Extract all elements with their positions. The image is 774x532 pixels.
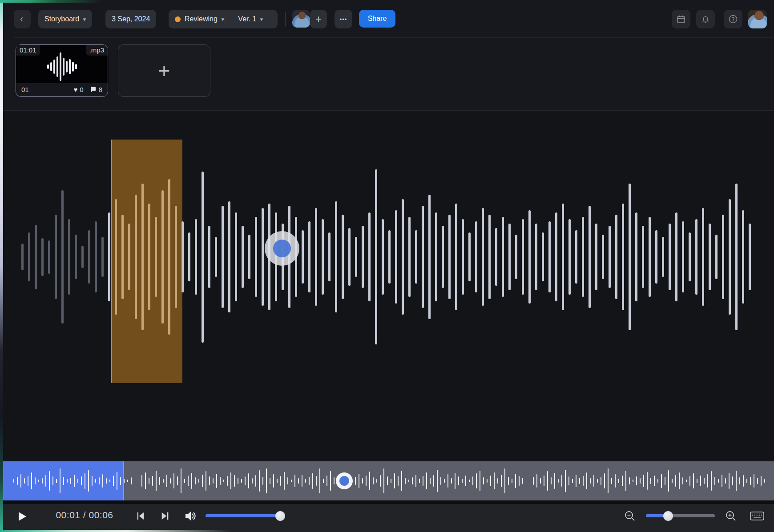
skip-back-icon (136, 511, 145, 521)
more-options-button[interactable]: ••• (335, 10, 352, 28)
calendar-icon (676, 14, 686, 24)
scrubber-bar (330, 471, 331, 491)
scrubber-bar (579, 478, 580, 484)
back-button[interactable]: ‹ (14, 10, 31, 28)
chevron-down-icon: ▾ (83, 16, 86, 22)
clip-icon-bar (60, 52, 61, 81)
storyboard-label: Storyboard (44, 15, 79, 23)
add-collaborator-button[interactable]: + (310, 10, 327, 28)
user-avatar[interactable] (748, 10, 767, 28)
scrubber-bar (305, 479, 306, 483)
collaborator-avatar[interactable] (292, 10, 310, 28)
scrubber-bar (501, 475, 502, 487)
scrubber-bar (177, 476, 178, 485)
scrubber-bar (166, 475, 167, 487)
scrubber-bar (736, 471, 737, 491)
scrubber-bar (647, 472, 648, 490)
scrubber-bar (173, 473, 174, 488)
skip-back-button[interactable] (135, 510, 146, 522)
help-icon (728, 14, 738, 24)
zoom-slider-handle[interactable] (663, 511, 673, 521)
scrubber-bar (455, 473, 456, 489)
likes-stat: ♥ 0 (73, 86, 83, 93)
scrubber-bar (743, 475, 744, 487)
zoom-out-button[interactable] (623, 509, 637, 523)
scrubber-bar (686, 480, 687, 482)
scrubber-bar (608, 468, 609, 493)
scrubber-bar (675, 475, 676, 487)
scrubber-bar (572, 479, 573, 483)
zoom-slider[interactable] (646, 514, 715, 517)
comment-marker[interactable] (265, 231, 299, 266)
skip-forward-button[interactable] (159, 510, 171, 522)
scrubber-bar (568, 476, 569, 485)
scrubber-bar (640, 478, 641, 484)
volume-icon (184, 510, 197, 522)
scrubber-bar (312, 473, 313, 489)
keyboard-shortcuts-button[interactable] (749, 510, 765, 522)
time-display: 00:01 / 00:06 (44, 510, 125, 520)
scrubber-bar (294, 475, 295, 487)
volume-button[interactable] (183, 509, 198, 523)
scrubber-bar (398, 476, 399, 486)
scrubber-bar (255, 475, 256, 487)
scrubber-playhead-dot (339, 476, 349, 486)
scrubber-bar (593, 475, 594, 487)
add-clip-card[interactable]: + (118, 44, 210, 97)
clip-card[interactable]: 01:01 .mp3 01 ♥ 0 8 (16, 44, 108, 97)
scrubber-bar (149, 478, 149, 484)
version-menu[interactable]: Ver. 1 (238, 15, 256, 23)
scrubber-bar (145, 472, 146, 489)
scrubber-bar (707, 474, 708, 488)
plus-icon: + (315, 13, 322, 25)
help-button[interactable] (724, 10, 742, 28)
zoom-out-icon (624, 510, 636, 522)
volume-slider-handle[interactable] (275, 511, 285, 521)
status-menu[interactable]: Reviewing (185, 15, 218, 23)
scrubber-bar (551, 477, 552, 484)
scrubber-selection-marker (123, 461, 124, 500)
scrubber-bar (636, 476, 637, 485)
scrubber-bar (700, 476, 701, 486)
scrubber-bar (618, 479, 619, 483)
calendar-button[interactable] (672, 10, 690, 28)
scrubber-progress (0, 461, 124, 500)
storyboard-menu[interactable]: Storyboard ▾ (38, 10, 92, 28)
share-button[interactable]: Share (359, 10, 395, 28)
selection-region[interactable] (111, 140, 182, 383)
scrubber-bar (198, 479, 199, 483)
plus-icon: + (158, 59, 170, 83)
scrubber-bar (654, 476, 655, 486)
scrubber-bar (316, 476, 317, 486)
skip-forward-icon (160, 511, 170, 521)
back-chevron-icon: ‹ (20, 13, 23, 25)
scrubber-bar (209, 476, 210, 485)
scrubber-bar (252, 478, 253, 484)
play-button[interactable] (16, 510, 28, 523)
scrubber-bar (248, 473, 249, 488)
scrubber-bar (722, 475, 722, 487)
scrubber-timeline[interactable] (0, 461, 774, 500)
scrubber-bar (234, 475, 235, 487)
zoom-in-button[interactable] (724, 509, 738, 523)
scrubber-bar (761, 476, 762, 486)
chevron-down-icon[interactable]: ▾ (260, 16, 263, 22)
scrubber-playhead[interactable] (336, 472, 353, 489)
volume-slider[interactable] (206, 514, 280, 517)
scrubber-bar (280, 476, 281, 486)
scrubber-bar (188, 476, 189, 486)
scrubber-bar (601, 477, 601, 485)
chevron-down-icon[interactable]: ▾ (221, 16, 224, 22)
screen-edge-artifact-bottom (0, 530, 231, 532)
scrubber-bar (483, 477, 484, 484)
scrubber-bar (259, 470, 260, 492)
scrubber-bar (622, 476, 623, 486)
scrubber-bar (277, 479, 278, 483)
scrubber-bar (732, 476, 733, 485)
date-button[interactable]: 3 Sep, 2024 (105, 10, 156, 28)
scrubber-bar (739, 477, 740, 484)
scrubber-bar (672, 479, 673, 483)
notifications-button[interactable] (696, 10, 715, 28)
scrubber-bar (273, 474, 274, 488)
scrubber-bar (487, 479, 488, 483)
